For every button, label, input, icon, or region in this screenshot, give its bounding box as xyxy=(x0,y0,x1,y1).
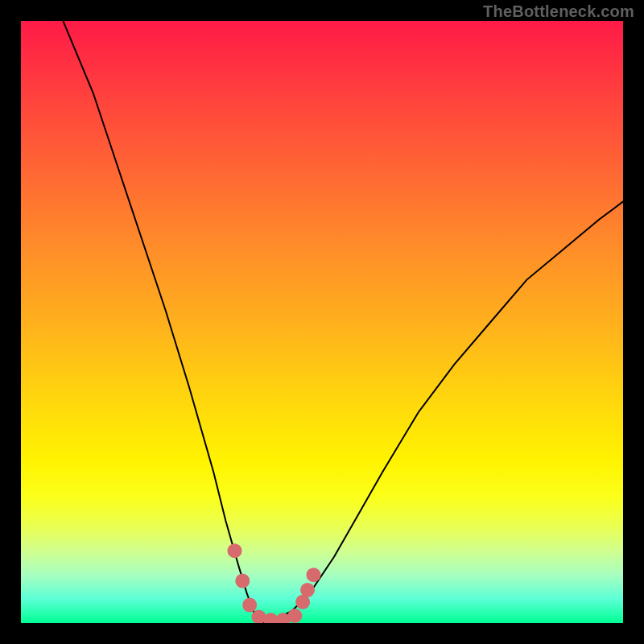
highlight-dot xyxy=(300,583,315,597)
highlight-dot xyxy=(287,609,302,623)
chart-frame: TheBottleneck.com xyxy=(0,0,644,644)
chart-plot-area xyxy=(21,21,623,623)
highlight-dot xyxy=(242,598,257,613)
bottleneck-curve xyxy=(63,21,623,623)
highlight-dot xyxy=(307,568,321,582)
highlight-dot xyxy=(235,574,250,588)
highlight-dot xyxy=(228,543,242,558)
chart-svg xyxy=(21,21,623,623)
watermark-text: TheBottleneck.com xyxy=(483,2,634,21)
